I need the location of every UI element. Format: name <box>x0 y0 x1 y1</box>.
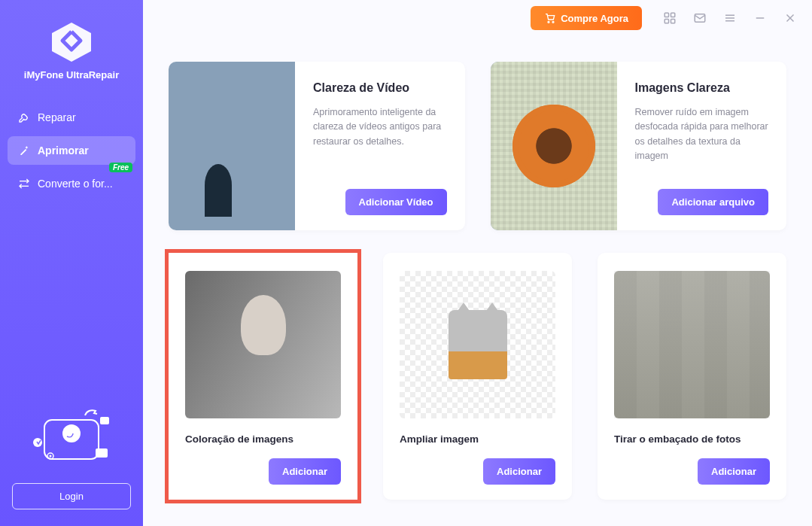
app-logo-icon <box>49 21 94 63</box>
logo-area: iMyFone UltraRepair <box>0 0 143 94</box>
grid-icon[interactable] <box>663 11 677 25</box>
cart-icon <box>544 12 556 24</box>
card-thumbnail <box>400 271 555 418</box>
svg-point-3 <box>62 424 81 442</box>
nav-item-repair[interactable]: Reparar <box>8 103 135 132</box>
minimize-icon[interactable] <box>753 11 767 25</box>
convert-icon <box>18 178 30 190</box>
svg-rect-5 <box>96 448 108 458</box>
sidebar-bottom: Login <box>0 405 143 526</box>
close-icon[interactable] <box>783 11 797 25</box>
card-title: Clareza de Vídeo <box>313 81 447 95</box>
svg-rect-12 <box>665 20 668 23</box>
svg-rect-10 <box>665 13 668 17</box>
nav-item-enhance[interactable]: Aprimorar <box>8 136 135 165</box>
wand-icon <box>18 144 30 157</box>
feature-row-wide: Clareza de Vídeo Aprimoramento inteligen… <box>169 62 786 230</box>
card-title: Coloração de imagens <box>185 433 341 445</box>
sidebar: iMyFone UltraRepair Reparar Aprimorar Fr… <box>0 0 143 526</box>
buy-now-button[interactable]: Compre Agora <box>531 6 642 30</box>
card-description: Aprimoramento inteligente da clareza de … <box>313 105 447 149</box>
svg-marker-0 <box>52 23 91 62</box>
card-upscale: Ampliar imagem Adicionar <box>383 253 572 500</box>
feature-row-tall: Coloração de imagens Adicionar Ampliar i… <box>169 253 786 500</box>
card-colorize: Coloração de imagens Adicionar <box>169 253 357 500</box>
add-file-button[interactable]: Adicionar arquivo <box>658 189 768 215</box>
main: Compre Agora Clareza d <box>143 0 812 526</box>
topbar-icons <box>663 11 797 25</box>
card-deblur: Tirar o embaçado de fotos Adicionar <box>598 253 786 500</box>
card-title: Ampliar imagem <box>400 433 555 445</box>
buy-label: Compre Agora <box>561 13 628 24</box>
card-title: Tirar o embaçado de fotos <box>614 433 770 445</box>
product-name: iMyFone UltraRepair <box>0 69 143 81</box>
svg-rect-11 <box>671 13 675 17</box>
svg-point-7 <box>50 455 52 458</box>
nav-label: Converte o for... <box>38 178 113 190</box>
add-button[interactable]: Adicionar <box>698 458 770 485</box>
card-image-clarity: Imagens Clareza Remover ruído em imagem … <box>491 62 787 230</box>
card-thumbnail <box>491 62 617 230</box>
svg-point-9 <box>552 21 554 23</box>
card-thumbnail <box>169 62 295 230</box>
menu-icon[interactable] <box>723 11 737 25</box>
add-video-button[interactable]: Adicionar Vídeo <box>345 189 447 215</box>
nav-label: Aprimorar <box>38 144 89 157</box>
svg-rect-13 <box>671 20 675 23</box>
card-description: Remover ruído em imagem desfocada rápida… <box>635 105 769 164</box>
login-button[interactable]: Login <box>12 483 131 509</box>
mail-icon[interactable] <box>693 11 707 25</box>
nav-item-convert[interactable]: Free Converte o for... <box>8 169 135 198</box>
card-video-clarity: Clareza de Vídeo Aprimoramento inteligen… <box>169 62 465 230</box>
svg-rect-4 <box>100 417 109 424</box>
nav: Reparar Aprimorar Free Converte o for... <box>0 94 143 211</box>
card-title: Imagens Clareza <box>635 81 769 95</box>
topbar: Compre Agora <box>143 0 812 36</box>
content: Clareza de Vídeo Aprimoramento inteligen… <box>143 36 812 526</box>
wrench-icon <box>18 111 30 123</box>
card-thumbnail <box>185 271 341 418</box>
card-thumbnail <box>614 271 770 418</box>
sidebar-illustration <box>12 405 131 473</box>
svg-point-8 <box>548 21 549 23</box>
free-badge: Free <box>109 163 132 172</box>
add-button[interactable]: Adicionar <box>269 458 341 485</box>
add-button[interactable]: Adicionar <box>483 458 555 485</box>
nav-label: Reparar <box>38 111 76 123</box>
